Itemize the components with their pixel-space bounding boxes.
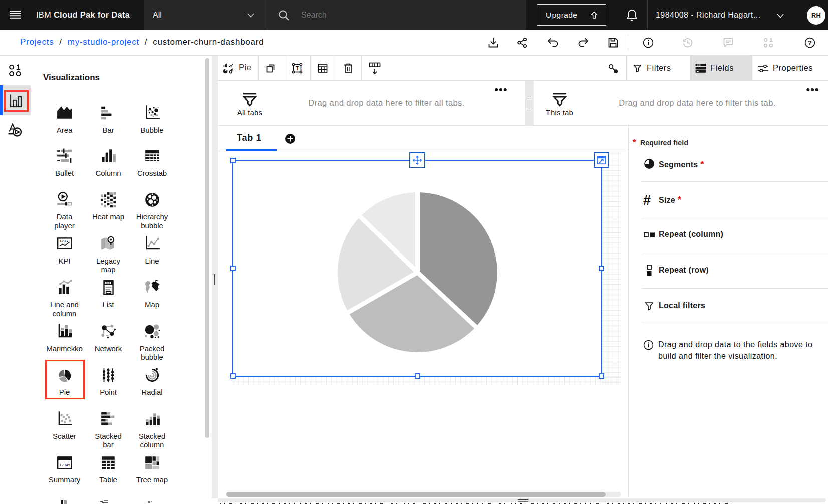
svg-text:T: T <box>296 66 299 71</box>
svg-text:12345: 12345 <box>59 462 70 467</box>
svg-text:123: 123 <box>59 239 65 243</box>
svg-text:?: ? <box>808 39 812 47</box>
